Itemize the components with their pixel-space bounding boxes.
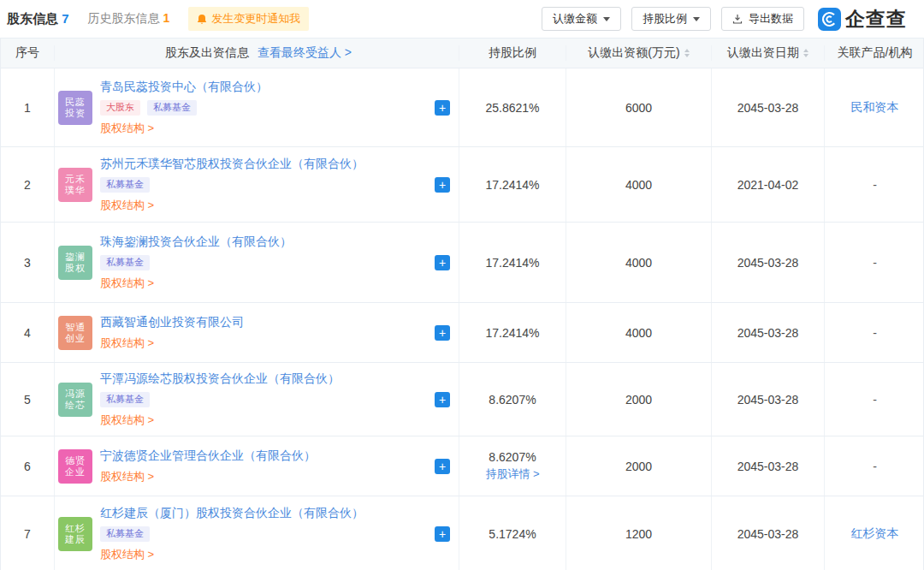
ratio-cell: 8.6207% 持股详情 > [459, 436, 566, 496]
tag-list: 私募基金 [100, 255, 150, 270]
equity-structure-link[interactable]: 股权结构 > [100, 276, 154, 291]
equity-structure-link[interactable]: 股权结构 > [100, 547, 154, 562]
equity-structure-link[interactable]: 股权结构 > [100, 121, 154, 136]
equity-structure-link[interactable]: 股权结构 > [100, 335, 154, 351]
equity-structure-link[interactable]: 股权结构 > [100, 469, 154, 484]
date-cell: 2045-03-28 [711, 496, 824, 570]
ratio-cell: 8.6207% [459, 363, 566, 436]
table-row: 3 鋆澜 股权 珠海鋆澜投资合伙企业（有限合伙） 私募基金 股权结构 > + 1… [1, 222, 923, 302]
ratio-cell: 17.2414% [459, 223, 566, 302]
ratio-cell: 17.2414% [459, 147, 566, 222]
equity-structure-link[interactable]: 股权结构 > [100, 413, 154, 428]
export-data-button[interactable]: 导出数据 [721, 7, 804, 31]
avatar: 德贤 企业 [58, 449, 92, 484]
shareholder-name-link[interactable]: 青岛民蕊投资中心（有限合伙） [100, 80, 268, 95]
related-product-link[interactable]: 红杉资本 [851, 526, 899, 542]
qichacha-logo-text: 企查查 [845, 6, 907, 33]
amount-cell: 2000 [566, 363, 711, 436]
date-cell: 2045-03-28 [711, 303, 824, 362]
table-row: 4 智通 创业 西藏智通创业投资有限公司 股权结构 > + 17.2414% 4… [1, 302, 923, 362]
col-header-index: 序号 [1, 45, 54, 61]
row-index: 6 [1, 436, 54, 496]
equity-structure-link[interactable]: 股权结构 > [100, 198, 154, 213]
row-index: 4 [1, 303, 54, 362]
col-header-ratio: 持股比例 [459, 45, 566, 61]
sort-icon[interactable] [684, 49, 690, 57]
date-cell: 2045-03-28 [711, 436, 824, 496]
col-header-date[interactable]: 认缴出资日期 [711, 45, 824, 61]
related-product-cell: - [824, 303, 924, 362]
shareholder-name-link[interactable]: 苏州元禾璞华智芯股权投资合伙企业（有限合伙） [100, 157, 364, 172]
avatar: 鋆澜 股权 [58, 246, 92, 280]
avatar: 冯源 绘芯 [58, 383, 92, 417]
row-index: 1 [1, 68, 54, 146]
ratio-cell: 25.8621% [459, 68, 566, 146]
avatar: 红杉 建辰 [58, 517, 92, 551]
subscribed-amount-dropdown[interactable]: 认缴金额 [542, 7, 621, 31]
tag-list: 私募基金 [100, 177, 150, 193]
tag-private-fund: 私募基金 [100, 526, 150, 542]
table-row: 6 德贤 企业 宁波德贤企业管理合伙企业（有限合伙） 股权结构 > + 8.62… [1, 436, 923, 496]
row-index: 2 [1, 147, 54, 222]
qichacha-logo: 企查查 [818, 6, 907, 33]
expand-plus-button[interactable]: + [435, 459, 450, 474]
tag-list: 大股东 私募基金 [100, 100, 197, 116]
tab-shareholder-info[interactable]: 股东信息 7 [7, 11, 69, 27]
col-header-shareholder: 股东及出资信息 查看最终受益人 > [54, 45, 459, 61]
related-product-cell: - [824, 363, 924, 436]
amount-cell: 2000 [566, 436, 711, 496]
table-row: 7 红杉 建辰 红杉建辰（厦门）股权投资合伙企业（有限合伙） 私募基金 股权结构… [1, 496, 923, 570]
shareholding-ratio-dropdown[interactable]: 持股比例 [631, 7, 711, 31]
toolbar: 股东信息 7 历史股东信息 1 发生变更时通知我 认缴金额 持股比例 导出数据 … [0, 0, 924, 38]
tag-major-shareholder: 大股东 [100, 100, 140, 116]
tag-private-fund: 私募基金 [100, 255, 150, 270]
avatar: 智通 创业 [58, 316, 92, 350]
date-cell: 2021-04-02 [711, 147, 824, 222]
holding-detail-link[interactable]: 持股详情 > [485, 466, 539, 482]
tab-history-shareholder-info[interactable]: 历史股东信息 1 [88, 11, 170, 27]
amount-cell: 6000 [566, 68, 711, 146]
expand-plus-button[interactable]: + [435, 100, 450, 116]
col-header-amount[interactable]: 认缴出资额(万元) [566, 45, 711, 61]
tag-list: 私募基金 [100, 392, 150, 407]
tab-label: 股东信息 7 [7, 11, 69, 27]
avatar: 元禾 璞华 [58, 168, 92, 202]
tag-private-fund: 私募基金 [100, 392, 150, 407]
shareholder-table: 序号 股东及出资信息 查看最终受益人 > 持股比例 认缴出资额(万元) 认缴出资… [0, 38, 924, 570]
expand-plus-button[interactable]: + [435, 255, 450, 270]
related-product-cell: - [824, 223, 924, 302]
shareholder-name-link[interactable]: 西藏智通创业投资有限公司 [100, 315, 244, 330]
row-index: 3 [1, 223, 54, 302]
row-index: 7 [1, 496, 54, 570]
related-product-link[interactable]: 民和资本 [851, 100, 899, 116]
expand-plus-button[interactable]: + [435, 177, 450, 193]
shareholder-name-link[interactable]: 红杉建辰（厦门）股权投资合伙企业（有限合伙） [100, 506, 364, 521]
expand-plus-button[interactable]: + [435, 526, 450, 542]
shareholder-name-link[interactable]: 宁波德贤企业管理合伙企业（有限合伙） [100, 448, 316, 464]
date-cell: 2045-03-28 [711, 68, 824, 146]
sort-icon[interactable] [803, 49, 808, 57]
bell-icon [197, 14, 207, 25]
row-index: 5 [1, 363, 54, 436]
tag-private-fund: 私募基金 [147, 100, 197, 116]
qichacha-logo-icon [818, 8, 841, 31]
chevron-down-icon [603, 17, 610, 21]
download-icon [732, 14, 743, 24]
shareholder-name-link[interactable]: 珠海鋆澜投资合伙企业（有限合伙） [100, 235, 292, 250]
table-row: 5 冯源 绘芯 平潭冯源绘芯股权投资合伙企业（有限合伙） 私募基金 股权结构 >… [1, 362, 923, 436]
change-notify-badge[interactable]: 发生变更时通知我 [188, 7, 309, 31]
table-header-row: 序号 股东及出资信息 查看最终受益人 > 持股比例 认缴出资额(万元) 认缴出资… [1, 39, 923, 68]
amount-cell: 4000 [566, 223, 711, 302]
amount-cell: 1200 [566, 496, 711, 570]
shareholder-name-link[interactable]: 平潭冯源绘芯股权投资合伙企业（有限合伙） [100, 371, 340, 387]
col-header-product: 关联产品/机构 [824, 45, 924, 61]
view-beneficiary-link[interactable]: 查看最终受益人 > [258, 45, 352, 61]
expand-plus-button[interactable]: + [435, 325, 450, 341]
avatar: 民蕊 投资 [58, 91, 92, 125]
table-row: 1 民蕊 投资 青岛民蕊投资中心（有限合伙） 大股东 私募基金 股权结构 > +… [1, 68, 923, 146]
notify-label: 发生变更时通知我 [211, 11, 300, 27]
expand-plus-button[interactable]: + [435, 392, 450, 407]
date-cell: 2045-03-28 [711, 363, 824, 436]
chevron-down-icon [693, 17, 700, 21]
tag-list: 私募基金 [100, 526, 150, 542]
